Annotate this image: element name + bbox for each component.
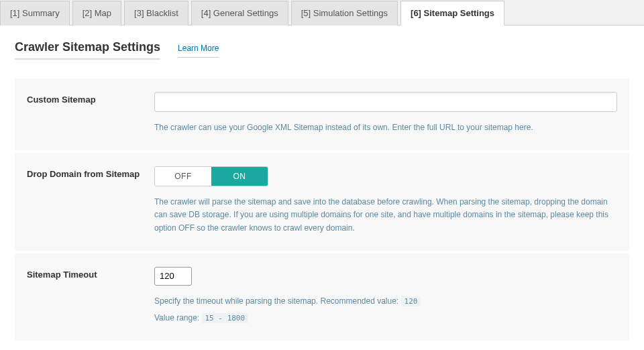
drop-domain-off-button[interactable]: OFF (155, 167, 211, 186)
sitemap-timeout-label: Sitemap Timeout (27, 267, 154, 325)
tab-sitemap-settings[interactable]: [6] Sitemap Settings (400, 1, 504, 25)
tab-content: Crawler Sitemap Settings Learn More Cust… (0, 25, 644, 350)
sitemap-timeout-help: Specify the timeout while parsing the si… (154, 295, 617, 308)
sitemap-timeout-input[interactable] (154, 267, 192, 286)
tab-general-settings[interactable]: [4] General Settings (191, 1, 288, 25)
custom-sitemap-help: The crawler can use your Google XML Site… (154, 121, 617, 134)
page-title: Crawler Sitemap Settings (15, 40, 160, 60)
timeout-range-prefix: Value range: (154, 313, 202, 323)
timeout-range-values: 15 - 1800 (202, 313, 249, 323)
setting-row-custom-sitemap: Custom Sitemap The crawler can use your … (15, 78, 629, 153)
page-header: Crawler Sitemap Settings Learn More (15, 40, 629, 60)
tab-simulation-settings[interactable]: [5] Simulation Settings (291, 1, 398, 25)
drop-domain-control: OFF ON The crawler will parse the sitema… (154, 166, 617, 235)
timeout-recommended-value: 120 (401, 296, 421, 306)
sitemap-timeout-control: Specify the timeout while parsing the si… (154, 267, 617, 325)
settings-panel: Custom Sitemap The crawler can use your … (15, 78, 629, 341)
tabs-bar: [1] Summary [2] Map [3] Blacklist [4] Ge… (0, 0, 644, 25)
drop-domain-label: Drop Domain from Sitemap (27, 166, 154, 235)
tab-summary[interactable]: [1] Summary (0, 1, 70, 25)
sitemap-timeout-range: Value range: 15 - 1800 (154, 312, 617, 325)
learn-more-link[interactable]: Learn More (178, 44, 219, 58)
drop-domain-toggle: OFF ON (154, 166, 268, 186)
timeout-help-prefix: Specify the timeout while parsing the si… (154, 296, 401, 306)
tab-blacklist[interactable]: [3] Blacklist (124, 1, 189, 25)
tab-map[interactable]: [2] Map (72, 1, 121, 25)
custom-sitemap-label: Custom Sitemap (27, 92, 154, 134)
custom-sitemap-input[interactable] (154, 92, 617, 112)
custom-sitemap-control: The crawler can use your Google XML Site… (154, 92, 617, 134)
setting-row-drop-domain: Drop Domain from Sitemap OFF ON The craw… (15, 153, 629, 253)
drop-domain-help: The crawler will parse the sitemap and s… (154, 196, 617, 235)
drop-domain-on-button[interactable]: ON (211, 167, 268, 186)
setting-row-sitemap-timeout: Sitemap Timeout Specify the timeout whil… (15, 253, 629, 341)
